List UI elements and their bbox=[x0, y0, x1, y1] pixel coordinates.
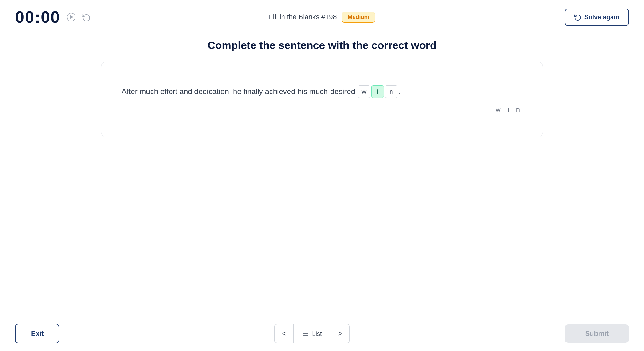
timer-display: 00:00 bbox=[15, 8, 60, 27]
play-button[interactable] bbox=[65, 11, 77, 23]
header: 00:00 Fill in the Blanks #198 Medium bbox=[0, 0, 644, 34]
timer-section: 00:00 bbox=[15, 8, 92, 27]
nav-controls: < List > bbox=[274, 324, 350, 343]
main-instruction: Complete the sentence with the correct w… bbox=[0, 39, 644, 51]
play-icon bbox=[67, 13, 75, 21]
sentence-row: After much effort and dedication, he fin… bbox=[122, 85, 401, 98]
list-button[interactable]: List bbox=[293, 324, 331, 343]
exit-button[interactable]: Exit bbox=[15, 324, 59, 343]
puzzle-title: Fill in the Blanks #198 bbox=[269, 13, 337, 21]
timer-controls bbox=[65, 11, 92, 23]
content-area: After much effort and dedication, he fin… bbox=[0, 62, 644, 137]
letter-box-n: n bbox=[385, 85, 397, 98]
sentence-card: After much effort and dedication, he fin… bbox=[101, 62, 543, 137]
letter-box-w: w bbox=[358, 85, 370, 98]
reset-timer-button[interactable] bbox=[80, 11, 92, 23]
difficulty-badge: Medium bbox=[342, 12, 375, 23]
submit-button[interactable]: Submit bbox=[565, 324, 629, 343]
letter-boxes: w i n bbox=[358, 85, 397, 98]
letter-box-i: i bbox=[371, 85, 384, 98]
sentence-prefix: After much effort and dedication, he fin… bbox=[122, 87, 355, 96]
footer: Exit < List > Submit bbox=[0, 316, 644, 351]
solve-again-button[interactable]: Solve again bbox=[565, 9, 629, 26]
next-button[interactable]: > bbox=[331, 324, 350, 343]
center-info: Fill in the Blanks #198 Medium bbox=[269, 12, 375, 23]
svg-marker-1 bbox=[70, 15, 73, 19]
answer-hint: w i n bbox=[496, 105, 522, 114]
list-icon bbox=[302, 330, 309, 337]
period: . bbox=[399, 87, 401, 96]
refresh-icon bbox=[82, 13, 91, 21]
list-label: List bbox=[312, 330, 322, 337]
prev-button[interactable]: < bbox=[274, 324, 293, 343]
solve-again-icon bbox=[574, 14, 581, 21]
